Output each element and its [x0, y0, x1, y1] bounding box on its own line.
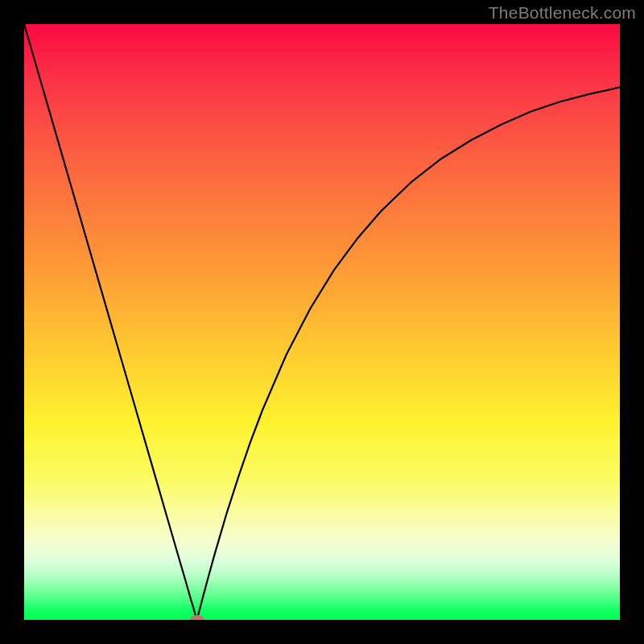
bottleneck-curve	[24, 24, 620, 620]
minimum-marker	[190, 615, 204, 620]
plot-area	[24, 24, 620, 620]
chart-frame: TheBottleneck.com	[0, 0, 644, 644]
watermark-text: TheBottleneck.com	[489, 3, 636, 23]
